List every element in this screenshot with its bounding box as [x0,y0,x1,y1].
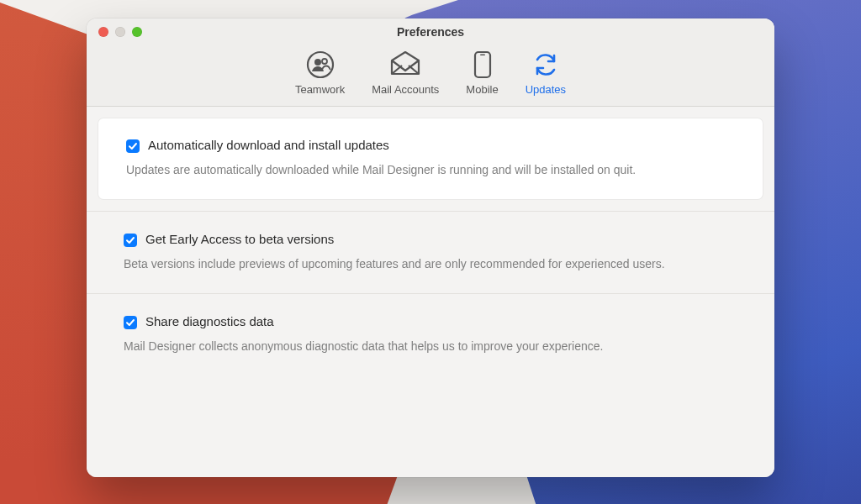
checkbox-auto-update[interactable] [126,139,140,153]
zoom-button[interactable] [132,27,142,37]
close-button[interactable] [98,27,108,37]
option-description: Updates are automatically downloaded whi… [126,161,698,178]
minimize-button[interactable] [115,27,125,37]
checkbox-diagnostics[interactable] [124,316,137,329]
svg-rect-3 [475,52,490,77]
tab-updates[interactable]: Updates [520,49,571,97]
tab-mobile[interactable]: Mobile [461,49,503,97]
option-label: Share diagnostics data [145,314,274,328]
checkbox-early-access[interactable] [124,234,137,247]
preferences-window: Preferences Teamwork [87,18,774,477]
phone-icon [473,50,492,79]
preferences-toolbar: Teamwork Mail Accounts Mobile [87,45,774,107]
option-auto-update: Automatically download and install updat… [98,118,763,199]
tab-label: Mail Accounts [372,83,439,96]
svg-rect-4 [480,55,485,56]
window-title: Preferences [397,25,464,39]
tab-label: Teamwork [295,83,345,96]
svg-point-2 [322,59,327,64]
window-controls [98,27,142,37]
option-label: Automatically download and install updat… [148,138,389,152]
tab-mail-accounts[interactable]: Mail Accounts [367,49,444,97]
titlebar: Preferences [87,18,774,45]
preferences-content: Automatically download and install updat… [87,107,774,477]
people-icon [306,50,335,79]
svg-point-1 [314,59,321,66]
refresh-icon [532,50,559,79]
svg-point-0 [308,52,333,77]
tab-label: Updates [526,83,566,96]
envelope-icon [388,50,422,79]
option-diagnostics: Share diagnostics data Mail Designer col… [87,294,774,375]
tab-label: Mobile [466,83,498,96]
tab-teamwork[interactable]: Teamwork [290,49,350,97]
option-description: Beta versions include previews of upcomi… [124,255,695,272]
option-early-access: Get Early Access to beta versions Beta v… [87,212,774,293]
option-label: Get Early Access to beta versions [145,232,334,246]
option-description: Mail Designer collects anonymous diagnos… [124,338,695,354]
